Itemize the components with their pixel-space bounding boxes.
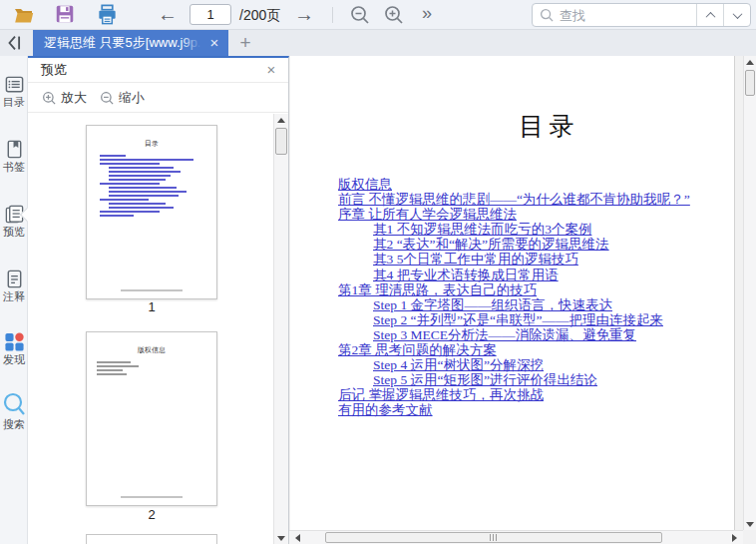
sidebar-item-label: 注释 <box>0 290 28 302</box>
thumbnail-text-line <box>100 211 160 213</box>
more-tools-button[interactable]: » <box>418 0 436 30</box>
toc-link[interactable]: 第2章 思考问题的解决方案 <box>338 342 734 357</box>
page-thumbnail-1[interactable]: 目录 <box>86 125 217 299</box>
chevron-up-icon <box>705 11 715 21</box>
sidebar-item-search[interactable]: 搜索 <box>0 391 28 430</box>
thumbnail-text-line <box>109 171 181 173</box>
tab-title-fade <box>181 30 204 56</box>
toc-link[interactable]: 其1 不知逻辑思维法而吃亏的3个案例 <box>373 222 734 237</box>
thumbnail-zoom-in-button[interactable]: 放大 <box>42 83 87 113</box>
pdf-reader-window: ← /200页 → » <box>0 0 756 544</box>
thumbnail-text-line <box>109 191 187 193</box>
printer-icon <box>96 3 119 26</box>
find-input[interactable] <box>533 4 696 26</box>
zoom-in-button[interactable] <box>383 4 409 28</box>
toc-link[interactable]: Step 5 运用“矩形图”进行评价得出结论 <box>373 372 734 387</box>
page-total-label: /200页 <box>239 0 280 30</box>
zoom-out-button[interactable] <box>349 4 375 28</box>
document-page: 目录 版权信息 前言 不懂逻辑思维的悲剧——“为什么谁都不肯协助我呢？” 序章 … <box>290 56 735 530</box>
thumbnail-text-line <box>100 163 160 165</box>
page-thumbnail-3-partial[interactable] <box>86 534 217 544</box>
scroll-down-button[interactable] <box>274 532 288 544</box>
scrollbar-thumb[interactable] <box>325 532 662 543</box>
annotation-icon <box>4 269 25 289</box>
scroll-down-button[interactable] <box>744 518 756 530</box>
scroll-right-button[interactable] <box>728 531 741 544</box>
thumbnail-text-line <box>100 199 149 201</box>
sidebar-item-label: 发现 <box>0 353 28 365</box>
content-area: 目录 书签 预览 <box>0 56 756 544</box>
sidebar-item-discover[interactable]: 发现 <box>0 331 28 365</box>
toc-link[interactable]: 其2 “表达”和“解决”所需要的逻辑思维法 <box>373 237 734 252</box>
sidebar-item-annotations[interactable]: 注释 <box>0 269 28 302</box>
thumbnail-mini-title: 版权信息 <box>87 345 216 355</box>
thumbnail-scrollbar[interactable] <box>273 114 288 544</box>
preview-panel-close-button[interactable]: × <box>262 58 280 82</box>
thumbnail-text-line <box>100 155 126 157</box>
thumbnail-text-line <box>109 179 166 181</box>
toolbar-separator <box>332 7 333 23</box>
thumbnail-text-line <box>97 369 123 371</box>
page-thumbnail-2[interactable]: 版权信息 <box>86 331 217 506</box>
toc-link[interactable]: 前言 不懂逻辑思维的悲剧——“为什么谁都不肯协助我呢？” <box>338 192 734 207</box>
previous-page-button[interactable]: ← <box>156 0 180 30</box>
preview-panel: 预览 × 放大 <box>28 56 289 544</box>
tab-close-button[interactable]: × <box>205 30 223 56</box>
toc-link[interactable]: 后记 掌握逻辑思维技巧，再次挑战 <box>338 387 734 402</box>
catalog-icon <box>4 74 25 95</box>
find-previous-button[interactable] <box>696 4 723 26</box>
sidebar-item-label: 预览 <box>0 226 28 238</box>
save-button[interactable] <box>54 3 80 27</box>
open-file-button[interactable] <box>12 3 38 27</box>
sidebar-item-preview[interactable]: 预览 <box>0 204 28 238</box>
sidebar-item-bookmarks[interactable]: 书签 <box>0 139 28 173</box>
horizontal-scrollbar[interactable] <box>289 530 743 544</box>
zoom-in-label: 放大 <box>61 89 87 107</box>
collapse-tabs-button[interactable] <box>4 32 26 54</box>
open-folder-icon <box>12 3 36 27</box>
print-button[interactable] <box>96 3 122 27</box>
scroll-up-button[interactable] <box>274 114 288 126</box>
table-of-contents: 版权信息 前言 不懂逻辑思维的悲剧——“为什么谁都不肯协助我呢？” 序章 让所有… <box>290 177 734 418</box>
zoom-out-icon <box>349 4 371 26</box>
thumbnail-page-number: 2 <box>86 507 217 522</box>
toc-link[interactable]: 第1章 理清思路，表达自己的技巧 <box>338 282 734 297</box>
toc-link[interactable]: 序章 让所有人学会逻辑思维法 <box>338 207 734 222</box>
scrollbar-corner <box>743 530 756 544</box>
document-viewport: 目录 版权信息 前言 不懂逻辑思维的悲剧——“为什么谁都不肯协助我呢？” 序章 … <box>289 56 756 544</box>
toc-link[interactable]: 版权信息 <box>338 177 734 192</box>
toc-link[interactable]: Step 2 “并列型”还是“串联型”——把理由连接起来 <box>373 312 734 327</box>
document-tab[interactable]: 逻辑思维 只要5步[www.j9p.com × <box>33 30 228 56</box>
scroll-up-button[interactable] <box>744 56 756 68</box>
triangle-left-icon <box>295 534 300 542</box>
find-next-button[interactable] <box>723 4 750 26</box>
zoom-in-icon <box>42 91 57 106</box>
scrollbar-thumb[interactable] <box>275 128 287 155</box>
thumbnail-text-line <box>100 159 193 161</box>
toc-link[interactable]: 有用的参考文献 <box>338 402 734 417</box>
next-page-button[interactable]: → <box>292 0 316 30</box>
preview-panel-title: 预览 <box>41 58 67 82</box>
scroll-left-button[interactable] <box>291 531 304 544</box>
page-number-input[interactable] <box>189 4 231 25</box>
toc-link[interactable]: 其3 5个日常工作中常用的逻辑技巧 <box>373 252 734 267</box>
thumbnail-zoom-row: 放大 缩小 <box>28 83 288 113</box>
thumbnail-zoom-out-button[interactable]: 缩小 <box>100 83 145 113</box>
thumbnail-footer-line <box>121 496 183 498</box>
toc-link[interactable]: Step 3 MECE分析法——消除遗漏、避免重复 <box>373 327 734 342</box>
search-icon <box>540 8 555 23</box>
vertical-scrollbar[interactable] <box>743 56 756 530</box>
sidebar-item-catalog[interactable]: 目录 <box>0 74 28 108</box>
scrollbar-thumb[interactable] <box>745 70 755 96</box>
toc-link[interactable]: Step 1 金字塔图——组织语言，快速表达 <box>373 297 734 312</box>
document-title: 目录 <box>290 110 734 144</box>
triangle-down-icon <box>277 536 285 541</box>
triangle-up-icon <box>746 60 754 65</box>
zoom-in-icon <box>383 4 405 26</box>
toc-link[interactable]: Step 4 运用“树状图”分解深挖 <box>373 357 734 372</box>
thumbnail-text-line <box>109 195 179 197</box>
new-tab-button[interactable]: + <box>234 30 256 56</box>
thumbnail-list: 目录 1 版权信息 2 <box>28 114 288 544</box>
toc-link[interactable]: 其4 把专业术语转换成日常用语 <box>373 268 734 282</box>
preview-panel-header: 预览 × <box>28 58 288 83</box>
